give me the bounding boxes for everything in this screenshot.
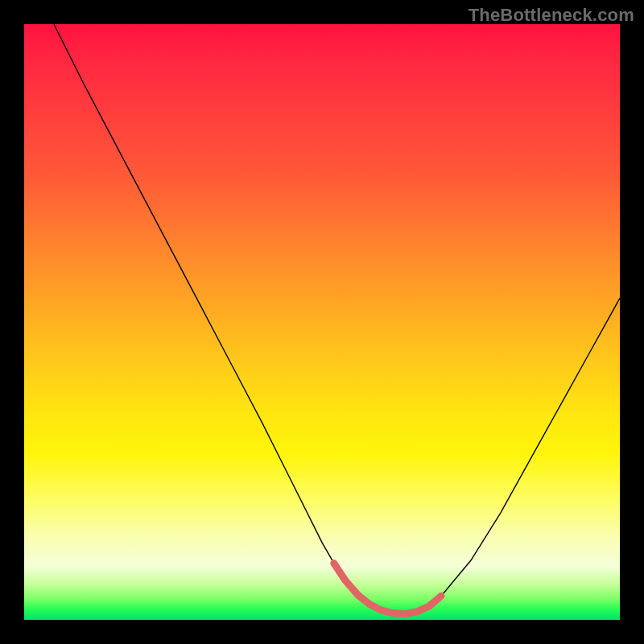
watermark-text: TheBottleneck.com bbox=[469, 5, 634, 26]
optimal-range-marker bbox=[334, 564, 441, 614]
bottleneck-curve bbox=[54, 24, 620, 614]
chart-svg bbox=[24, 24, 620, 620]
chart-container: TheBottleneck.com bbox=[0, 0, 644, 644]
plot-area bbox=[24, 24, 620, 620]
